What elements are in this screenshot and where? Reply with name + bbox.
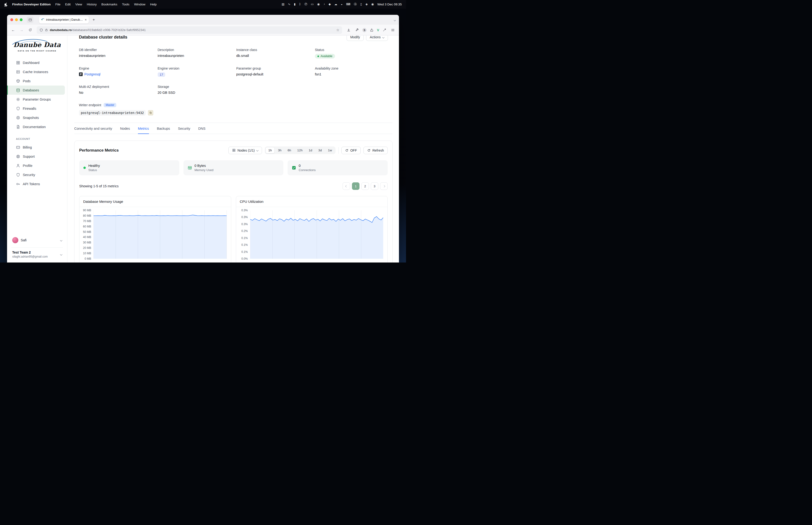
battery-status-icon[interactable]: ▯ <box>360 3 362 6</box>
firefox-view-button[interactable] <box>27 17 33 23</box>
copy-endpoint-button[interactable] <box>148 110 153 115</box>
sidebar-item-pods[interactable]: Pods <box>7 76 65 86</box>
auto-refresh-button[interactable]: OFF <box>341 147 361 154</box>
fast-user-switch-icon[interactable]: ◉ <box>371 3 374 6</box>
tab-security[interactable]: Security <box>178 127 190 134</box>
back-button[interactable]: ← <box>10 27 16 33</box>
next-page-button[interactable] <box>380 182 388 190</box>
sidebar-item-cache-instances[interactable]: Cache Instances <box>7 67 65 76</box>
navigation-toolbar: ← → danubedata.ro/databases/019ab6d2-c00… <box>7 25 399 35</box>
minimize-window-button[interactable] <box>15 18 18 21</box>
tab-close-icon[interactable]: × <box>85 18 87 21</box>
forward-button[interactable]: → <box>18 27 25 33</box>
range-1d-button[interactable]: 1d <box>306 147 315 153</box>
menu-history[interactable]: History <box>87 3 97 6</box>
menubar-clock[interactable]: Wed 3 Dec 09:35 <box>377 3 402 6</box>
devtools-wrench-icon[interactable] <box>354 27 361 33</box>
avatar <box>12 237 18 243</box>
sidebar-account-nav: BillingSupportProfileSecurityAPI Tokens <box>7 142 67 189</box>
range-1h-button[interactable]: 1h <box>265 147 275 153</box>
keyboard-icon[interactable]: ⌨ <box>346 3 350 6</box>
sidecar-icon[interactable]: ▤ <box>282 3 285 6</box>
actions-button[interactable]: Actions <box>366 35 388 41</box>
active-app-name[interactable]: Firefox Developer Edition <box>12 3 51 6</box>
vpn-icon[interactable]: ◆ <box>328 3 331 6</box>
notifications-icon[interactable]: ◒ <box>341 3 342 6</box>
downloads-icon[interactable] <box>346 27 352 33</box>
camera-icon <box>16 116 20 120</box>
time-machine-icon[interactable]: ◔ <box>323 3 325 6</box>
battery-icon[interactable]: ▮ <box>294 3 295 6</box>
sidebar-item-profile[interactable]: Profile <box>7 161 65 170</box>
textexpander-icon[interactable]: Ⓐ <box>354 3 357 6</box>
tracking-protection-shield-icon[interactable] <box>40 28 43 32</box>
writer-endpoint-value: postgresql-intreabaunprieten:5432 <box>79 110 146 116</box>
nodes-selector-button[interactable]: Nodes (1/1) <box>228 147 262 154</box>
menu-help[interactable]: Help <box>150 3 157 6</box>
range-1w-button[interactable]: 1w <box>325 147 335 153</box>
browser-tab[interactable]: intreabaunprieten | DanubeData × <box>39 16 89 24</box>
share-icon[interactable] <box>368 27 375 33</box>
team-switcher[interactable]: Test Team 2 silaghi.adrian95@gmail.com <box>11 247 63 258</box>
parallels-icon[interactable]: Ⓟ <box>304 3 307 6</box>
bluetooth-icon[interactable]: ᛒ <box>299 3 301 6</box>
field-status: StatusAvailable <box>315 48 388 59</box>
globe-icon[interactable]: ◉ <box>317 3 320 6</box>
sidebar-item-documentation[interactable]: Documentation <box>7 122 65 131</box>
modify-button[interactable]: Modify <box>347 35 364 41</box>
close-window-button[interactable] <box>10 18 13 21</box>
reload-button[interactable] <box>27 27 33 33</box>
vue-devtools-icon[interactable]: V <box>377 28 379 32</box>
zoom-window-button[interactable] <box>20 18 22 21</box>
sidebar-item-billing[interactable]: Billing <box>7 142 65 152</box>
range-3h-button[interactable]: 3h <box>275 147 284 153</box>
menu-tools[interactable]: Tools <box>122 3 129 6</box>
sidebar-item-parameter-groups[interactable]: Parameter Groups <box>7 95 65 104</box>
extension-s-badge-icon[interactable]: S <box>362 28 367 32</box>
sidebar-item-security[interactable]: Security <box>7 170 65 179</box>
user-name: Safi <box>21 238 27 242</box>
sidebar-item-snapshots[interactable]: Snapshots <box>7 113 65 122</box>
launcher-icon[interactable]: ◈ <box>365 3 368 6</box>
connections-check-icon <box>292 166 296 170</box>
tab-metrics[interactable]: Metrics <box>138 127 149 134</box>
menu-window[interactable]: Window <box>134 3 145 6</box>
status-dot-icon <box>318 56 319 57</box>
hamburger-menu-icon[interactable] <box>389 27 396 33</box>
new-tab-button[interactable]: + <box>91 17 97 23</box>
page-2-button[interactable]: 2 <box>361 182 369 190</box>
logo[interactable]: Danube Data DATA ON THE RIGHT COURSE <box>7 41 67 52</box>
engine-link[interactable]: Postgresql <box>85 72 101 76</box>
eyedropper-icon[interactable] <box>381 27 388 33</box>
sidebar-item-dashboard[interactable]: Dashboard <box>7 58 65 67</box>
range-12h-button[interactable]: 12h <box>294 147 305 153</box>
tab-connectivity-and-security[interactable]: Connectivity and security <box>74 127 112 134</box>
cloud-icon[interactable]: ☁ <box>334 3 337 6</box>
bookmark-star-icon[interactable]: ☆ <box>336 28 339 32</box>
window-controls <box>10 18 22 21</box>
refresh-button[interactable]: Refresh <box>364 147 388 154</box>
page-3-button[interactable]: 3 <box>371 182 378 190</box>
list-all-tabs-icon[interactable] <box>394 18 396 22</box>
sidebar-item-databases[interactable]: Databases <box>7 86 65 95</box>
menu-edit[interactable]: Edit <box>65 3 71 6</box>
menu-view[interactable]: View <box>75 3 82 6</box>
wifi-icon[interactable]: ∿ <box>288 3 290 6</box>
tab-backups[interactable]: Backups <box>157 127 170 134</box>
url-bar[interactable]: danubedata.ro/databases/019ab6d2-c006-70… <box>37 26 342 34</box>
y-axis-tick: 0.2% <box>241 229 248 232</box>
display-icon[interactable]: ▭ <box>311 3 314 6</box>
sidebar-item-api-tokens[interactable]: API Tokens <box>7 179 65 189</box>
apple-icon[interactable] <box>4 3 7 6</box>
menu-file[interactable]: File <box>56 3 61 6</box>
page-1-button[interactable]: 1 <box>352 182 359 190</box>
user-menu[interactable]: Safi <box>11 235 63 245</box>
range-6h-button[interactable]: 6h <box>285 147 294 153</box>
tab-dns[interactable]: DNS <box>198 127 205 134</box>
menu-bookmarks[interactable]: Bookmarks <box>102 3 118 6</box>
tab-nodes[interactable]: Nodes <box>120 127 130 134</box>
range-3d-button[interactable]: 3d <box>316 147 325 153</box>
sidebar-item-firewalls[interactable]: Firewalls <box>7 104 65 113</box>
sidebar-item-support[interactable]: Support <box>7 152 65 161</box>
previous-page-button[interactable] <box>342 182 350 190</box>
